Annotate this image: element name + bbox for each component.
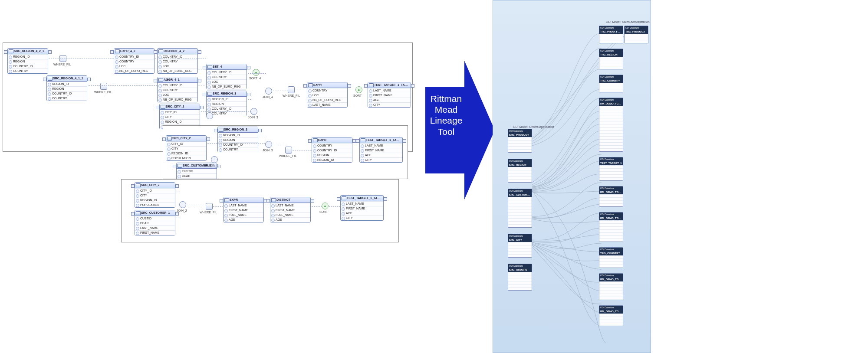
lineage-table[interactable]: ODI DatastoreRM_DEMO_TGT_2_1 xyxy=(599,212,623,242)
sort-icon[interactable] xyxy=(322,203,329,209)
lineage-table[interactable]: ODI DatastoreTRG_COUNTRY xyxy=(599,247,623,268)
lineage-table[interactable]: ODI DatastoreRM_DEMO_TGT_5 xyxy=(599,186,623,207)
filter-icon[interactable] xyxy=(288,86,295,93)
expr[interactable]: EXPR COUNTRY COUNTRY_ID REGION REGION_ID xyxy=(312,137,352,163)
lineage-table[interactable]: ODI DatastoreSRC_REGION xyxy=(508,159,532,183)
op-label: WHERE_FIL xyxy=(279,154,296,157)
aggr-4-1[interactable]: AGGR_4_1 COUNTRY_ID COUNTRY LOC NB_OF_EU… xyxy=(157,77,198,102)
lineage-table[interactable]: ODI DatastoreSRC_CUSTOMER xyxy=(508,189,532,228)
lineage-table[interactable]: ODI DatastoreTRG_COUNTRY xyxy=(599,75,623,92)
lineage-col xyxy=(599,297,623,300)
lineage-table[interactable]: ODI DatastoreTEST_TARGET_1 xyxy=(599,157,623,181)
distinct-4-2[interactable]: DISTINCT_4_2 COUNTRY_ID COUNTRY LOC NB_O… xyxy=(157,48,198,74)
src-region-3[interactable]: SRC_REGION_3 REGION_ID REGION COUNTRY_ID… xyxy=(217,127,258,152)
lineage-col xyxy=(508,173,532,176)
lineage-table[interactable]: ODI DatastoreTRG_PROD_FAMILY xyxy=(599,26,623,43)
lineage-col xyxy=(599,203,623,206)
join-icon[interactable] xyxy=(265,141,272,148)
col: NB_OF_EURO_REG xyxy=(307,98,347,102)
lineage-table[interactable]: ODI DatastoreTRG_REGION xyxy=(599,49,623,69)
lineage-table-header: TEST_TARGET_1 xyxy=(599,161,623,165)
join-icon[interactable] xyxy=(206,112,213,119)
lineage-col xyxy=(625,37,648,40)
test-target-1[interactable]: TEST_TARGET_1_TARGET LAST_NAME FIRST_NAM… xyxy=(359,137,403,163)
expr[interactable]: EXPR COUNTRY LOC NB_OF_EURO_REG LAST_NAM… xyxy=(307,82,348,108)
col: LAST_NAME xyxy=(135,226,175,230)
col: LAST_NAME xyxy=(341,201,383,206)
lineage-table-header: SRC_PRODUCT xyxy=(508,133,532,137)
lineage-col xyxy=(599,142,623,145)
lineage-col xyxy=(599,197,623,200)
lineage-col xyxy=(599,239,623,242)
filter-icon[interactable] xyxy=(206,203,213,210)
col: NB_OF_EURO_REG xyxy=(114,69,154,73)
src-region-421[interactable]: SRC_REGION_4_2_1 REGION_ID REGION COUNTR… xyxy=(7,48,48,74)
lineage-col xyxy=(599,145,623,148)
col: COUNTRY xyxy=(307,88,347,93)
lineage-table-header: TRG_COUNTRY xyxy=(599,78,623,83)
join-icon[interactable] xyxy=(179,201,186,208)
lineage-col xyxy=(508,209,532,212)
set-4[interactable]: SET_4 COUNTRY_ID COUNTRY LOC NB_OF_EURO_… xyxy=(206,64,247,89)
lineage-col xyxy=(599,284,623,288)
op-label: WHERE_FIL xyxy=(94,91,112,94)
src-city-2[interactable]: SRC_CITY_2 CITY_ID CITY REGION_ID POPULA… xyxy=(135,182,175,208)
node-header: SRC_CUSTOMER_1 xyxy=(135,210,175,216)
datastore-label: ODI Datastore xyxy=(599,98,623,101)
lineage-col xyxy=(599,288,623,291)
lineage-table[interactable]: ODI DatastoreRM_DEMO_TGT_4 xyxy=(599,98,623,152)
lineage-table[interactable]: ODI DatastoreSRC_PRODUCT xyxy=(508,129,532,153)
datastore-label: ODI Datastore xyxy=(599,306,623,309)
lineage-col xyxy=(599,200,623,203)
join-icon[interactable] xyxy=(250,108,257,115)
join-icon[interactable] xyxy=(265,88,272,95)
lineage-table-header: TRG_PROD_FAMILY xyxy=(599,29,623,34)
src-city-2[interactable]: SRC_CITY_2 CITY_ID CITY REGION_ID POPULA… xyxy=(166,135,207,161)
lineage-col xyxy=(625,34,648,37)
col: REGION_ID xyxy=(47,82,87,86)
join-icon[interactable] xyxy=(211,156,218,163)
sort-icon[interactable] xyxy=(355,86,362,93)
col: LOC xyxy=(307,93,347,98)
col: COUNTRY xyxy=(114,59,154,64)
expr-4-2[interactable]: EXPR_4_2 COUNTRY_ID COUNTRY LOC NB_OF_EU… xyxy=(114,48,155,74)
src-region-411[interactable]: SRC_REGION_4_1_1 REGION_ID REGION COUNTR… xyxy=(46,75,87,101)
lineage-col xyxy=(599,136,623,139)
lineage-table[interactable]: ODI DatastoreSRC_CITY xyxy=(508,234,532,258)
op-label: WHERE_FIL xyxy=(283,94,300,97)
col: AGE xyxy=(368,98,411,102)
lineage-table-header: TRG_PRODUCT xyxy=(625,29,648,34)
lineage-table[interactable]: ODI DatastoreSRC_ORDERS xyxy=(508,264,532,291)
col: COUNTRY xyxy=(8,69,48,73)
lineage-col xyxy=(508,287,532,290)
col: CITY_ID xyxy=(160,110,200,114)
sort-icon[interactable] xyxy=(253,69,260,76)
src-region-3[interactable]: SRC_REGION_3 REGION_ID REGION COUNTRY_ID… xyxy=(206,91,247,116)
lineage-table[interactable]: ODI DatastoreTRG_PRODUCT xyxy=(624,26,648,43)
test-target-1[interactable]: TEST_TARGET_1_TARGET LAST_NAME FIRST_NAM… xyxy=(368,82,411,108)
lineage-col xyxy=(599,37,623,40)
arrow-word: Mead xyxy=(435,105,458,114)
filter-icon[interactable] xyxy=(100,83,107,90)
src-customer-1[interactable]: SRC_CUSTOMER_1 CUSTID DEAR LAST_NAME FIR… xyxy=(135,210,175,235)
col: REGION_ID xyxy=(8,54,48,59)
op-label: SORT xyxy=(353,94,362,97)
lineage-col xyxy=(599,133,623,136)
lineage-table-header: TRG_COUNTRY xyxy=(599,251,623,255)
filter-icon[interactable] xyxy=(285,147,292,154)
mapping-panel-2: SRC_CITY_2 CITY_ID CITY REGION_ID POPULA… xyxy=(163,125,408,179)
col: CITY_ID xyxy=(135,188,175,193)
arrow-word: Lineage xyxy=(430,115,463,125)
node-header: SRC_REGION_4_1_1 xyxy=(47,76,87,82)
lineage-table[interactable]: ODI DatastoreRM_DEMO_TGT_6 xyxy=(599,305,623,326)
lineage-col xyxy=(508,200,532,203)
lineage-table[interactable]: ODI DatastoreRM_DEMO_TGT_2 xyxy=(599,273,623,300)
col: AGE xyxy=(224,217,263,222)
col: LAST_NAME xyxy=(224,203,263,208)
col: CITY xyxy=(166,146,206,151)
distinct[interactable]: DISTINCT LAST_NAME FIRST_NAME FULL_NAME … xyxy=(270,197,311,222)
lineage-table-header: RM_DEMO_TGT_2_1 xyxy=(599,216,623,220)
test-target-1[interactable]: TEST_TARGET_1_TARGET LAST_NAME FIRST_NAM… xyxy=(340,195,384,221)
col: LOC xyxy=(207,79,247,84)
expr[interactable]: EXPR LAST_NAME FIRST_NAME FULL_NAME AGE xyxy=(223,197,264,222)
